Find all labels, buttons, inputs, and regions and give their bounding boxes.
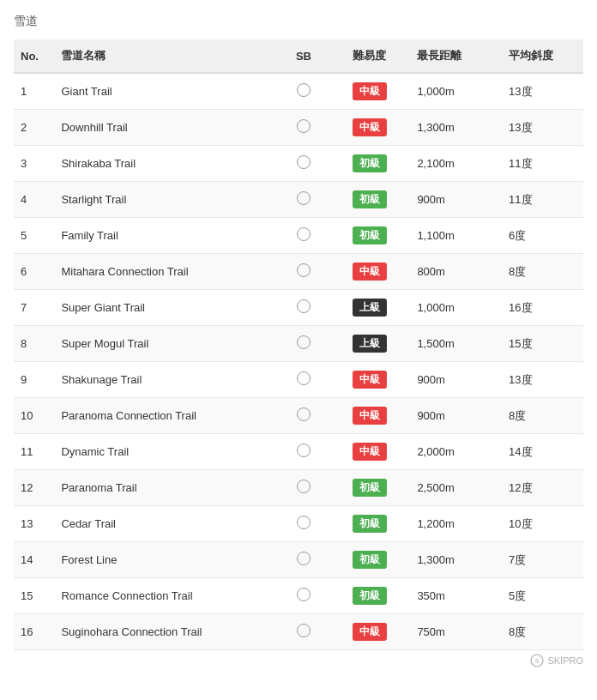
cell-difficulty: 初級: [329, 218, 411, 254]
cell-difficulty: 上級: [329, 326, 411, 362]
cell-no: 9: [14, 362, 54, 398]
cell-slope: 10度: [502, 506, 583, 542]
cell-slope: 11度: [502, 182, 583, 218]
cell-difficulty: 初級: [329, 542, 411, 578]
difficulty-badge: 中級: [353, 118, 387, 136]
sb-circle-icon: [297, 83, 311, 97]
cell-no: 12: [14, 470, 54, 506]
cell-sb: [278, 542, 329, 578]
page-title: 雪道: [14, 14, 583, 29]
cell-distance: 350m: [410, 578, 502, 614]
header-slope: 平均斜度: [502, 39, 583, 73]
cell-sb: [278, 506, 329, 542]
cell-difficulty: 初級: [329, 506, 411, 542]
table-row: 14 Forest Line 初級 1,300m 7度: [14, 542, 583, 578]
cell-sb: [278, 110, 329, 146]
table-row: 6 Mitahara Connection Trail 中級 800m 8度: [14, 254, 583, 290]
difficulty-badge: 中級: [353, 262, 387, 281]
cell-distance: 750m: [410, 614, 502, 650]
difficulty-badge: 初級: [353, 154, 387, 172]
cell-sb: [278, 73, 329, 110]
cell-no: 2: [14, 110, 54, 146]
sb-circle-icon: [297, 480, 311, 493]
cell-name: Shakunage Trail: [54, 362, 278, 398]
table-row: 5 Family Trail 初級 1,100m 6度: [14, 218, 583, 254]
header-no: No.: [14, 39, 54, 73]
sb-circle-icon: [297, 119, 311, 133]
difficulty-badge: 中級: [353, 82, 387, 100]
cell-no: 14: [14, 542, 54, 578]
difficulty-badge: 中級: [353, 371, 387, 389]
table-row: 12 Paranoma Trail 初級 2,500m 12度: [14, 470, 583, 506]
cell-difficulty: 中級: [329, 73, 411, 110]
cell-sb: [278, 434, 329, 470]
cell-name: Forest Line: [54, 542, 278, 578]
cell-distance: 1,500m: [410, 326, 502, 362]
cell-distance: 1,000m: [410, 290, 502, 326]
ski-trails-table: No. 雪道名稱 SB 難易度 最長距離 平均斜度 1 Giant Trail …: [14, 39, 583, 650]
cell-slope: 11度: [502, 146, 583, 182]
table-header-row: No. 雪道名稱 SB 難易度 最長距離 平均斜度: [14, 39, 583, 73]
cell-no: 15: [14, 578, 54, 614]
sb-circle-icon: [297, 516, 311, 529]
cell-distance: 2,100m: [410, 146, 502, 182]
cell-name: Suginohara Connection Trail: [54, 614, 278, 650]
difficulty-badge: 初級: [353, 587, 387, 605]
cell-distance: 900m: [410, 182, 502, 218]
table-row: 10 Paranoma Connection Trail 中級 900m 8度: [14, 398, 583, 434]
header-difficulty: 難易度: [329, 39, 411, 73]
difficulty-badge: 初級: [353, 479, 387, 497]
cell-slope: 16度: [502, 290, 583, 326]
sb-circle-icon: [297, 263, 311, 277]
cell-slope: 8度: [502, 398, 583, 434]
cell-distance: 1,300m: [410, 542, 502, 578]
cell-slope: 13度: [502, 362, 583, 398]
sb-circle-icon: [297, 588, 311, 601]
cell-name: Super Mogul Trail: [54, 326, 278, 362]
footer-logo: SKIPRO: [547, 655, 583, 666]
cell-distance: 2,500m: [410, 470, 502, 506]
cell-distance: 900m: [410, 398, 502, 434]
cell-name: Romance Connection Trail: [54, 578, 278, 614]
cell-no: 3: [14, 146, 54, 182]
cell-no: 7: [14, 290, 54, 326]
cell-sb: [278, 326, 329, 362]
cell-slope: 8度: [502, 254, 583, 290]
cell-name: Downhill Trail: [54, 110, 278, 146]
cell-sb: [278, 470, 329, 506]
cell-no: 16: [14, 614, 54, 650]
sb-circle-icon: [297, 155, 311, 169]
cell-difficulty: 中級: [329, 398, 411, 434]
cell-difficulty: 初級: [329, 146, 411, 182]
table-row: 8 Super Mogul Trail 上級 1,500m 15度: [14, 326, 583, 362]
cell-no: 11: [14, 434, 54, 470]
cell-sb: [278, 398, 329, 434]
cell-difficulty: 上級: [329, 290, 411, 326]
cell-name: Mitahara Connection Trail: [54, 254, 278, 290]
sb-circle-icon: [297, 624, 311, 637]
cell-distance: 900m: [410, 362, 502, 398]
cell-sb: [278, 362, 329, 398]
difficulty-badge: 初級: [353, 551, 387, 569]
cell-slope: 15度: [502, 326, 583, 362]
cell-name: Giant Trail: [54, 73, 278, 110]
sb-circle-icon: [297, 407, 311, 421]
sb-circle-icon: [297, 191, 311, 205]
cell-sb: [278, 146, 329, 182]
cell-no: 4: [14, 182, 54, 218]
cell-difficulty: 初級: [329, 182, 411, 218]
cell-name: Shirakaba Trail: [54, 146, 278, 182]
cell-difficulty: 中級: [329, 110, 411, 146]
cell-slope: 8度: [502, 614, 583, 650]
sb-circle-icon: [297, 552, 311, 565]
sb-circle-icon: [297, 299, 311, 313]
table-row: 13 Cedar Trail 初級 1,200m 10度: [14, 506, 583, 542]
cell-sb: [278, 578, 329, 614]
sb-circle-icon: [297, 371, 311, 385]
cell-distance: 800m: [410, 254, 502, 290]
header-name: 雪道名稱: [54, 39, 278, 73]
cell-sb: [278, 614, 329, 650]
cell-distance: 2,000m: [410, 434, 502, 470]
cell-name: Paranoma Connection Trail: [54, 398, 278, 434]
cell-sb: [278, 290, 329, 326]
